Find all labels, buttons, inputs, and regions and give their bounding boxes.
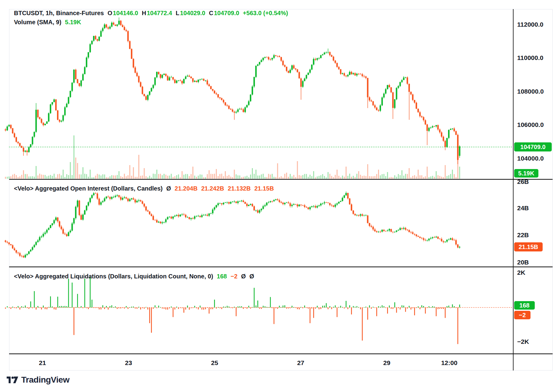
ohlc-high: H104772.4 [142,10,172,17]
open-interest-title: <Velo> Aggregated Open Interest (Dollars… [14,185,163,192]
oi-badge: 21.15B [514,242,543,251]
price-tick: 104000.0 [517,155,544,162]
symbol-title: BTCUSDT, 1h, Binance-Futures [14,10,104,17]
price-tick: 108000.0 [517,88,544,95]
ohlc-low: L104029.0 [176,10,206,17]
oi-tick: 20B [517,259,529,266]
liq-count-down: −2 [230,273,237,280]
chart-canvas[interactable] [0,0,559,392]
liquidations-legend[interactable]: <Velo> Aggregated Liquidations (Dollars,… [14,273,254,280]
oi-value-open: 21.204B [175,185,198,192]
ohlc-open: O104146.0 [108,10,138,17]
liq-badge-up: 168 [514,301,535,310]
tradingview-logo-icon [7,377,18,384]
liq-tick: 2K [517,269,525,276]
oi-value-low: 21.132B [228,185,251,192]
oi-tick: 22B [517,231,529,239]
ohlc-close: C104709.0 [209,10,239,17]
liq-count-up: 168 [217,273,227,280]
time-tick: 25 [211,359,218,367]
volume-badge: 5.19K [514,169,538,178]
price-tick: 106000.0 [517,121,544,128]
oi-value-high: 21.242B [201,185,224,192]
oi-tick: 24B [517,204,529,212]
tradingview-logo-text: TradingView [21,375,69,385]
liq-empty-2: Ø [249,273,254,280]
volume-value: 5.19K [65,19,81,26]
open-interest-legend[interactable]: <Velo> Aggregated Open Interest (Dollars… [14,185,274,192]
volume-legend[interactable]: Volume (SMA, 9) 5.19K [14,19,81,26]
price-tick: 112000.0 [517,21,543,28]
time-tick: 23 [125,359,132,367]
time-tick: 29 [383,359,390,367]
symbol-legend[interactable]: BTCUSDT, 1h, Binance-Futures O104146.0 H… [14,10,288,17]
time-tick: 21 [39,359,46,367]
last-price-badge: 104709.0 [514,142,552,151]
tradingview-branding[interactable]: TradingView [7,375,69,385]
oi-value-close: 21.15B [254,185,274,192]
liq-tick: −2K [517,338,529,345]
oi-avg-symbol: Ø [166,185,171,192]
price-tick: 110000.0 [517,54,543,61]
price-change: +563.0 (+0.54%) [243,10,288,17]
time-tick: 12:00 [441,359,457,367]
oi-tick: 26B [517,178,529,185]
liq-badge-down: −2 [514,311,531,319]
volume-label: Volume (SMA, 9) [14,19,61,26]
time-tick: 27 [297,359,304,367]
liq-empty-1: Ø [241,273,246,280]
liquidations-title: <Velo> Aggregated Liquidations (Dollars,… [14,273,213,280]
